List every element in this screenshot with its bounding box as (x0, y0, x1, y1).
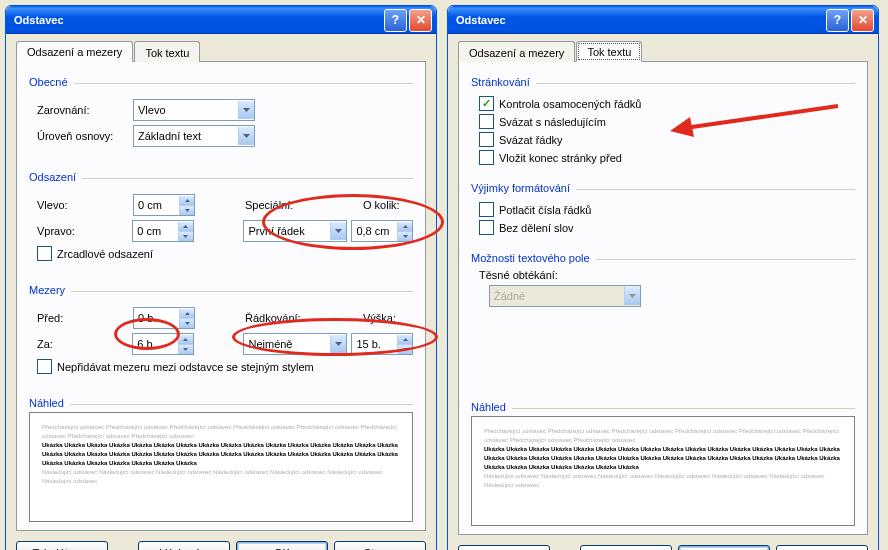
tab-indent-spacing[interactable]: Odsazení a mezery (458, 41, 575, 62)
checkbox-icon (37, 359, 52, 374)
tab-text-flow[interactable]: Tok textu (134, 41, 200, 62)
checkbox-icon (479, 132, 494, 147)
label-space-before: Před: (37, 312, 133, 324)
indent-left-field[interactable]: 0 cm (133, 194, 195, 216)
checkbox-icon (37, 246, 52, 261)
no-hyphenation-checkbox[interactable]: Bez dělení slov (479, 220, 855, 235)
spinner-icon[interactable] (178, 335, 193, 354)
cancel-button[interactable]: Storno (334, 541, 426, 550)
ok-button[interactable]: OK (236, 541, 328, 550)
label-space-after: Za: (37, 338, 132, 350)
keep-with-next-checkbox[interactable]: Svázat s následujícím (479, 114, 855, 129)
chevron-down-icon (330, 335, 346, 353)
tabs-button[interactable]: TTabulátory...abulátory... (16, 541, 108, 550)
ok-button[interactable]: OK (678, 545, 770, 550)
group-textbox-options: Možnosti textového pole (471, 252, 590, 264)
line-height-field[interactable]: 15 b. (351, 333, 413, 355)
indent-right-field[interactable]: 0 cm (132, 220, 194, 242)
label-indent-by: O kolik: (363, 199, 400, 211)
mirror-indent-checkbox[interactable]: Zrcadlové odsazení (37, 246, 413, 261)
window-title: Odstavec (456, 14, 824, 26)
label-tight-wrap: Těsné obtékání: (479, 269, 855, 281)
label-outline-level: Úroveň osnovy: (37, 130, 133, 142)
spinner-icon[interactable] (397, 335, 412, 354)
default-button[interactable]: Výchozí... (580, 545, 672, 550)
checkbox-icon (479, 220, 494, 235)
paragraph-dialog-flow: Odstavec ? ✕ Odsazení a mezery Tok textu… (447, 5, 879, 550)
line-spacing-combo[interactable]: Nejméně (243, 333, 347, 355)
indent-special-combo[interactable]: První řádek (243, 220, 347, 242)
label-line-spacing: Řádkování: (245, 312, 347, 324)
chevron-down-icon (330, 222, 346, 240)
titlebar[interactable]: Odstavec ? ✕ (448, 6, 878, 34)
default-button[interactable]: Výchozí... (138, 541, 230, 550)
group-general: Obecné (29, 76, 68, 88)
group-pagination: Stránkování (471, 76, 530, 88)
keep-lines-checkbox[interactable]: Svázat řádky (479, 132, 855, 147)
tab-text-flow[interactable]: Tok textu (576, 41, 642, 62)
group-exceptions: Výjimky formátování (471, 182, 570, 194)
tab-strip: Odsazení a mezery Tok textu (16, 40, 426, 62)
label-line-height: Výška: (363, 312, 396, 324)
indent-by-field[interactable]: 0,8 cm (351, 220, 413, 242)
checkbox-icon (479, 202, 494, 217)
spinner-icon[interactable] (178, 222, 193, 241)
cancel-button[interactable]: Storno (776, 545, 868, 550)
checkbox-icon (479, 114, 494, 129)
checkbox-icon: ✓ (479, 96, 494, 111)
help-button[interactable]: ? (826, 9, 849, 32)
widow-control-checkbox[interactable]: ✓ Kontrola osamocených řádků (479, 96, 855, 111)
chevron-down-icon (238, 127, 254, 145)
window-title: Odstavec (14, 14, 382, 26)
page-break-before-checkbox[interactable]: Vložit konec stránky před (479, 150, 855, 165)
close-button[interactable]: ✕ (851, 9, 874, 32)
help-button[interactable]: ? (384, 9, 407, 32)
titlebar[interactable]: Odstavec ? ✕ (6, 6, 436, 34)
label-alignment: Zarovnání: (37, 104, 133, 116)
checkbox-icon (479, 150, 494, 165)
alignment-combo[interactable]: Vlevo (133, 99, 255, 121)
tab-indent-spacing[interactable]: Odsazení a mezery (16, 41, 133, 62)
label-indent-special: Speciální: (245, 199, 347, 211)
tab-strip: Odsazení a mezery Tok textu (458, 40, 868, 62)
group-preview: Náhled (29, 397, 64, 409)
paragraph-dialog-indent: Odstavec ? ✕ Odsazení a mezery Tok textu… (5, 5, 437, 550)
spinner-icon[interactable] (397, 222, 412, 241)
outline-level-combo[interactable]: Základní text (133, 125, 255, 147)
group-indent: Odsazení (29, 171, 76, 183)
tab-panel-indent: Obecné Zarovnání: Vlevo Úroveň osnovy: Z… (16, 62, 426, 531)
preview-box: Předcházející odstavec Předcházející ods… (29, 412, 413, 522)
space-after-field[interactable]: 6 b. (132, 333, 194, 355)
spinner-icon[interactable] (179, 196, 194, 215)
suppress-line-numbers-checkbox[interactable]: Potlačit čísla řádků (479, 202, 855, 217)
no-add-space-checkbox[interactable]: Nepřidávat mezeru mezi odstavce se stejn… (37, 359, 413, 374)
label-indent-left: Vlevo: (37, 199, 133, 211)
space-before-field[interactable]: 0 b. (133, 307, 195, 329)
group-spacing: Mezery (29, 284, 65, 296)
chevron-down-icon (624, 287, 640, 305)
tight-wrap-combo: Žádné (489, 285, 641, 307)
preview-box: Předcházející odstavec Předcházející ods… (471, 416, 855, 526)
close-button[interactable]: ✕ (409, 9, 432, 32)
chevron-down-icon (238, 101, 254, 119)
tab-panel-flow: Stránkování ✓ Kontrola osamocených řádků… (458, 62, 868, 535)
group-preview: Náhled (471, 401, 506, 413)
spinner-icon[interactable] (179, 309, 194, 328)
label-indent-right: Vpravo: (37, 225, 132, 237)
tabs-button[interactable]: Tabulátory... (458, 545, 550, 550)
